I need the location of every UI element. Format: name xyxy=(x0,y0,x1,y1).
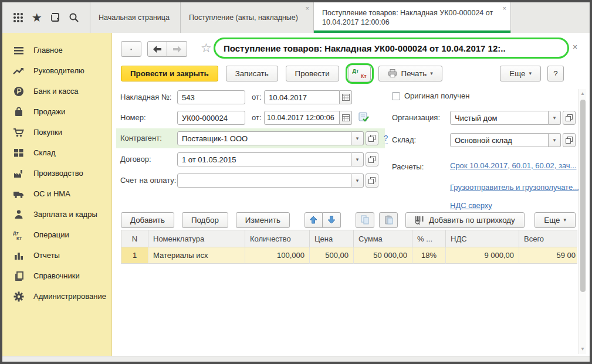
app-window: ★ Начальная страница Поступление (акты, … xyxy=(0,0,592,364)
open-ref-icon[interactable] xyxy=(366,152,378,166)
form-close-icon[interactable]: × xyxy=(573,42,577,52)
col-price[interactable]: Цена xyxy=(309,230,353,247)
warehouse-input[interactable] xyxy=(450,133,549,147)
document-checked-icon[interactable] xyxy=(358,112,369,123)
col-quantity[interactable]: Количество xyxy=(245,230,309,247)
form-nav-row: ☆ Поступление товаров: Накладная УК00-00… xyxy=(113,36,590,60)
print-button[interactable]: Печать ▾ xyxy=(378,66,442,81)
chevron-down-icon[interactable]: ▾ xyxy=(351,152,364,166)
post-button[interactable]: Провести xyxy=(286,66,339,81)
sidebar-item-os-i-nma[interactable]: ОС и НМА xyxy=(2,183,111,204)
sidebar-item-zarplata-i-kadry[interactable]: Зарплата и кадры xyxy=(2,204,111,224)
paste-rows-button[interactable] xyxy=(379,212,398,228)
open-ref-icon[interactable] xyxy=(366,174,378,188)
open-ref-icon[interactable] xyxy=(366,131,378,145)
sidebar-item-glavnoe[interactable]: Главное xyxy=(2,40,111,60)
menu-grid-icon[interactable] xyxy=(11,11,25,25)
more-button[interactable]: Еще ▾ xyxy=(500,66,541,81)
warehouse-field: ▾ xyxy=(450,133,576,147)
tab-label: Поступление товаров: Накладная УК00-0000… xyxy=(322,8,495,28)
tab-close-icon[interactable]: × xyxy=(503,5,506,12)
edit-button[interactable]: Изменить xyxy=(236,212,290,228)
sidebar-item-pokupki[interactable]: Покупки xyxy=(2,122,111,142)
add-by-barcode-button[interactable]: Добавить по штрихкоду xyxy=(405,212,525,228)
search-icon[interactable] xyxy=(67,11,81,25)
col-vat-percent[interactable]: % ... xyxy=(412,230,445,247)
scroll-up-icon[interactable]: ▲ xyxy=(579,90,586,97)
tab-receipts-list[interactable]: Поступление (акты, накладные) × xyxy=(181,2,314,33)
invoice-date-input[interactable] xyxy=(264,90,340,104)
open-ref-icon[interactable] xyxy=(563,133,576,147)
back-button[interactable] xyxy=(147,41,167,57)
scrollbar-thumb[interactable] xyxy=(580,100,586,292)
sidebar-item-administrirovanie[interactable]: Администрирование xyxy=(2,286,111,307)
invoice-date-field xyxy=(264,90,352,104)
forward-button[interactable] xyxy=(167,41,187,57)
counterparty-help-link[interactable]: ? xyxy=(384,132,388,144)
write-button[interactable]: Записать xyxy=(226,66,278,81)
calendar-icon[interactable] xyxy=(340,111,352,125)
col-n[interactable]: N xyxy=(121,230,148,247)
settlements-terms-link[interactable]: Срок 10.04.2017, 60.01, 60.02, зач... xyxy=(450,160,576,172)
chevron-down-icon[interactable]: ▾ xyxy=(549,133,561,147)
calendar-icon[interactable] xyxy=(340,90,352,104)
sidebar-item-rukovoditelyu[interactable]: Руководителю xyxy=(2,60,111,81)
invoice-no-input[interactable] xyxy=(177,90,245,104)
sidebar-item-spravochniki[interactable]: Справочники xyxy=(2,266,111,286)
chevron-down-icon[interactable]: ▾ xyxy=(351,131,364,145)
counterparty-input[interactable] xyxy=(177,131,351,145)
cell-quantity[interactable]: 100,000 xyxy=(245,247,309,264)
favorite-star-icon[interactable]: ☆ xyxy=(201,42,212,54)
scroll-down-icon[interactable]: ▼ xyxy=(579,346,586,353)
vat-on-top-link[interactable]: НДС сверху xyxy=(450,200,492,212)
col-vat[interactable]: НДС xyxy=(445,230,519,247)
cell-vat[interactable]: 9 000,00 xyxy=(445,247,519,264)
cell-price[interactable]: 500,00 xyxy=(309,247,353,264)
chevron-down-icon[interactable]: ▾ xyxy=(351,174,364,188)
favorites-star-icon[interactable]: ★ xyxy=(30,11,44,25)
sidebar-item-operacii[interactable]: ДтКт Операции xyxy=(2,224,111,245)
chevron-down-icon[interactable]: ▾ xyxy=(549,111,561,125)
number-date-input[interactable] xyxy=(264,111,340,125)
counterparty-field: ▾ xyxy=(177,131,378,145)
col-total[interactable]: Всего xyxy=(519,230,577,247)
svg-text:Дт: Дт xyxy=(13,230,19,236)
home-button[interactable] xyxy=(121,41,141,57)
tab-goods-receipt-document[interactable]: Поступление товаров: Накладная УК00-0000… xyxy=(314,2,511,33)
post-and-close-button[interactable]: Провести и закрыть xyxy=(121,66,218,81)
number-date-field xyxy=(264,111,352,125)
sidebar-item-sklad[interactable]: Склад xyxy=(2,142,111,163)
sidebar-item-proizvodstvo[interactable]: Производство xyxy=(2,163,111,183)
cell-n[interactable]: 1 xyxy=(121,247,148,264)
table-row[interactable]: 1 Материалы исх 100,000 500,00 50 000,00… xyxy=(121,247,577,264)
open-ref-icon[interactable] xyxy=(563,111,576,125)
move-up-button[interactable] xyxy=(305,212,323,228)
cell-total[interactable]: 59 00 xyxy=(519,247,577,264)
help-button[interactable]: ? xyxy=(547,66,564,81)
invoice-no-field xyxy=(177,90,245,104)
sidebar-item-otchety[interactable]: Отчеты xyxy=(2,245,111,266)
sidebar-item-bank-i-kassa[interactable]: Банк и касса xyxy=(2,81,111,101)
col-nomenclature[interactable]: Номенклатура xyxy=(148,230,245,247)
contract-input[interactable] xyxy=(177,152,351,166)
move-down-button[interactable] xyxy=(323,212,341,228)
cell-nomenclature[interactable]: Материалы исх xyxy=(148,247,245,264)
original-received-checkbox[interactable] xyxy=(392,92,400,100)
cell-sum[interactable]: 50 000,00 xyxy=(353,247,412,264)
sidebar-item-prodazhi[interactable]: Продажи xyxy=(2,101,111,122)
add-row-button[interactable]: Добавить xyxy=(121,212,174,228)
consignor-link[interactable]: Грузоотправитель и грузополучате... xyxy=(450,182,579,193)
col-sum[interactable]: Сумма xyxy=(353,230,412,247)
tab-home-page[interactable]: Начальная страница xyxy=(90,2,181,33)
pick-button[interactable]: Подбор xyxy=(182,212,228,228)
history-icon[interactable] xyxy=(48,11,62,25)
number-input[interactable] xyxy=(177,111,245,125)
items-more-button[interactable]: Еще ▾ xyxy=(535,212,576,228)
payment-invoice-input[interactable] xyxy=(177,174,351,188)
organization-input[interactable] xyxy=(450,111,549,125)
vertical-scrollbar[interactable]: ▲ ▼ xyxy=(579,89,586,354)
cell-vat-percent[interactable]: 18% xyxy=(412,247,445,264)
dtkt-postings-button[interactable]: Дт Кт xyxy=(349,66,371,81)
copy-rows-button[interactable] xyxy=(356,212,374,228)
tab-close-icon[interactable]: × xyxy=(306,5,309,12)
